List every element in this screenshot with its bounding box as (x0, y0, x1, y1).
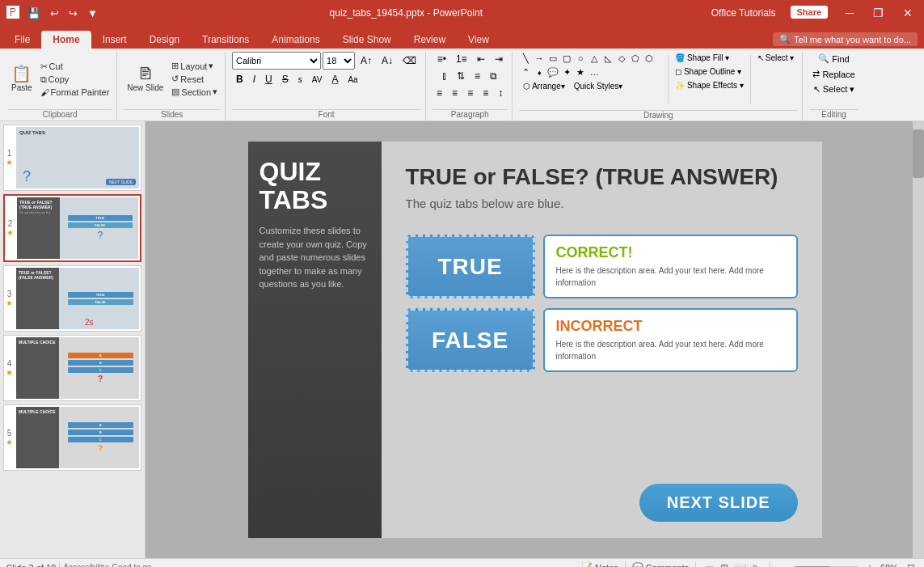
ribbon-search[interactable]: 🔍 Tell me what you want to do... (773, 32, 918, 46)
underline-button[interactable]: U (261, 72, 276, 87)
shape-oval[interactable]: ○ (574, 52, 587, 65)
shape-callout[interactable]: 💬 (546, 66, 559, 78)
slide-4-thumbnail: MULTIPLE CHOICE A B C ? (16, 337, 139, 399)
save-button[interactable]: 💾 (24, 6, 44, 21)
strikethrough-button[interactable]: S (278, 72, 293, 87)
true-answer-button[interactable]: TRUE (406, 235, 535, 298)
shape-right-triangle[interactable]: ◺ (601, 52, 614, 65)
shape-arrow[interactable]: → (533, 52, 546, 65)
tab-animations[interactable]: Animations (260, 31, 331, 49)
main-area: 1 ★ QUIZ TABS ? NEXT SLIDE 2 ★ TRUE or (0, 121, 924, 558)
tab-transitions[interactable]: Transitions (191, 31, 260, 49)
char-spacing-button[interactable]: AV (308, 74, 327, 86)
font-size-label[interactable]: Aa (344, 74, 361, 86)
shape-outline-button[interactable]: ◻ Shape Outline ▾ (672, 66, 747, 78)
select-button[interactable]: ↖ Select ▾ (754, 52, 798, 64)
shape-hex[interactable]: ⬡ (643, 52, 656, 65)
shape-chevron[interactable]: ⌃ (519, 66, 532, 78)
shape-diamond[interactable]: ◇ (615, 52, 628, 65)
line-spacing-button[interactable]: ↕ (494, 86, 507, 100)
smartart-button[interactable]: ⧉ (486, 69, 501, 83)
align-center-button[interactable]: ≡ (448, 86, 462, 100)
false-answer-button[interactable]: FALSE (406, 308, 535, 372)
tab-home[interactable]: Home (41, 31, 91, 49)
comments-button[interactable]: 💬 Comments (632, 562, 689, 567)
normal-view-button[interactable]: ▭ (702, 561, 716, 568)
align-right-button[interactable]: ≡ (463, 86, 477, 100)
tab-insert[interactable]: Insert (91, 31, 138, 49)
new-slide-button[interactable]: 🖹 New Slide (124, 63, 167, 95)
notes-button[interactable]: 📝 Notes (581, 562, 618, 567)
minimize-button[interactable]: ─ (841, 5, 859, 21)
justify-button[interactable]: ≡ (479, 86, 492, 100)
tab-file[interactable]: File (3, 31, 41, 49)
clear-format-button[interactable]: ⌫ (399, 53, 420, 68)
text-direction-button[interactable]: ⇅ (453, 69, 469, 83)
cut-button[interactable]: ✂ Cut (38, 61, 112, 73)
replace-button[interactable]: ⇄ Replace (809, 67, 858, 81)
zoom-out-button[interactable]: － (777, 560, 791, 567)
reading-view-button[interactable]: 📖 (732, 561, 749, 568)
quiz-title: QUIZ TABS (259, 158, 370, 214)
font-color-button[interactable]: A (327, 72, 342, 87)
scroll-thumb[interactable] (913, 129, 924, 178)
bold-button[interactable]: B (232, 72, 247, 87)
decrease-font-button[interactable]: A↓ (378, 53, 397, 68)
shape-process[interactable]: ⬧ (533, 66, 546, 78)
zoom-in-button[interactable]: ＋ (863, 560, 877, 567)
select-editing-button[interactable]: ↖ Select ▾ (810, 83, 859, 96)
shape-pentagon[interactable]: ⬠ (629, 52, 642, 65)
customize-qat-button[interactable]: ▼ (84, 6, 101, 21)
section-button[interactable]: ▤ Section▾ (169, 86, 220, 98)
shape-effects-button[interactable]: ✨ Shape Effects ▾ (672, 79, 747, 91)
slide-thumb-3[interactable]: 3 ★ TRUE or FALSE? (FALSE ANSWER) TRUE F… (3, 265, 141, 332)
shadow-button[interactable]: s (294, 74, 306, 86)
tab-design[interactable]: Design (138, 31, 191, 49)
increase-font-button[interactable]: A↑ (357, 53, 376, 68)
shape-fill-button[interactable]: 🪣 Shape Fill ▾ (672, 52, 747, 64)
slide-thumb-1[interactable]: 1 ★ QUIZ TABS ? NEXT SLIDE (3, 125, 141, 191)
italic-button[interactable]: I (249, 72, 259, 87)
tab-review[interactable]: Review (403, 31, 457, 49)
paste-button[interactable]: 📋 Paste (8, 63, 36, 95)
layout-button[interactable]: ⊞ Layout▾ (169, 60, 220, 72)
align-text-button[interactable]: ≡ (470, 69, 484, 83)
shape-triangle[interactable]: △ (588, 52, 601, 65)
shape-rect[interactable]: ▭ (546, 52, 559, 65)
columns-button[interactable]: ⫿ (438, 69, 451, 83)
find-button[interactable]: 🔍 Find (815, 52, 852, 66)
font-family-select[interactable]: Calibri (232, 52, 321, 70)
reset-button[interactable]: ↺ Reset (169, 73, 220, 85)
slide-thumb-4[interactable]: 4 ★ MULTIPLE CHOICE A B C ? (3, 335, 141, 401)
vertical-scrollbar[interactable] (913, 121, 924, 558)
slide-sorter-button[interactable]: ⊞ (718, 561, 731, 568)
office-tutorials-link[interactable]: Office Tutorials (711, 7, 776, 19)
share-button[interactable]: Share (791, 6, 829, 19)
quick-styles-button[interactable]: Quick Styles▾ (570, 80, 627, 92)
increase-indent-button[interactable]: ⇥ (491, 52, 507, 66)
tab-view[interactable]: View (457, 31, 500, 49)
arrange-button[interactable]: ⬡ Arrange▾ (519, 80, 569, 92)
format-painter-button[interactable]: 🖌 Format Painter (38, 87, 112, 98)
fit-to-window-button[interactable]: ⊡ (905, 561, 918, 568)
restore-button[interactable]: ❐ (868, 5, 888, 21)
shape-star4[interactable]: ✦ (560, 66, 573, 78)
shape-star5[interactable]: ★ (574, 66, 587, 78)
align-left-button[interactable]: ≡ (432, 86, 446, 100)
slide-thumb-2[interactable]: 2 ★ TRUE or FALSE? (TRUE ANSWER) The qui… (3, 194, 141, 262)
slideshow-button[interactable]: ▷ (751, 561, 763, 568)
shape-line[interactable]: ╲ (519, 52, 532, 65)
decrease-indent-button[interactable]: ⇤ (473, 52, 489, 66)
undo-button[interactable]: ↩ (47, 6, 62, 21)
next-slide-button[interactable]: NEXT SLIDE (639, 484, 798, 522)
font-size-select[interactable]: 18 (323, 52, 355, 70)
bullets-button[interactable]: ≡• (433, 52, 450, 66)
slide-thumb-5[interactable]: 5 ★ MULTIPLE CHOICE A B C ? (3, 404, 141, 471)
shape-rounded-rect[interactable]: ▢ (560, 52, 573, 65)
numbering-button[interactable]: 1≡ (452, 52, 471, 66)
close-button[interactable]: ✕ (898, 5, 918, 21)
shape-more[interactable]: … (588, 66, 601, 78)
copy-button[interactable]: ⧉ Copy (38, 74, 112, 86)
redo-button[interactable]: ↪ (65, 6, 81, 21)
tab-slideshow[interactable]: Slide Show (331, 31, 403, 49)
